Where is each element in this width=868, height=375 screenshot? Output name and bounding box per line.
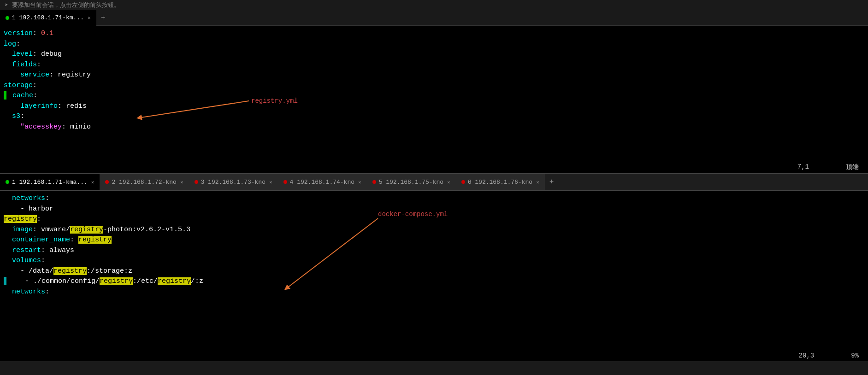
top-tab-1-close[interactable]: ✕: [88, 15, 91, 21]
notice-bar: ➤ 要添加当前会话，点击左侧的前头按钮。: [0, 0, 868, 10]
tab-dot-green: [6, 16, 9, 20]
kw-level: level: [12, 50, 33, 58]
val-service: registry: [58, 71, 91, 79]
bottom-line-7: volumes:: [4, 256, 864, 266]
bottom-line-4: image: vmware/registry-photon:v2.6.2-v1.…: [4, 225, 864, 235]
bottom-tab-2-dot: [105, 180, 109, 184]
bottom-tab-6-close[interactable]: ✕: [536, 179, 539, 185]
val-accesskey: minio: [70, 123, 91, 131]
kw-cache: cache: [12, 92, 33, 100]
kw-log: log: [4, 40, 16, 48]
code-line-6: storage:: [4, 81, 864, 91]
code-line-1: version: 0.1: [4, 29, 864, 39]
bottom-line-9: - ./common/config/registry:/etc/registry…: [4, 276, 864, 287]
bottom-tab-5[interactable]: 5 192.168.1.75-kno ✕: [367, 173, 456, 191]
bottom-line-6: restart: always: [4, 246, 864, 256]
code-line-3: level: debug: [4, 49, 864, 60]
code-line-8: layerinfo: redis: [4, 101, 864, 112]
bottom-tab-2-close[interactable]: ✕: [180, 179, 183, 185]
code-line-9: s3:: [4, 111, 864, 122]
kw-accesskey: "accesskey: [20, 123, 62, 131]
bottom-tab-4-dot: [283, 180, 287, 184]
val-image-registry-hl: registry: [70, 226, 103, 234]
kw-restart: restart: [12, 246, 41, 254]
code-line-10: "accesskey: minio: [4, 122, 864, 133]
top-tab-1-label: 1 192.168.1.71-km...: [12, 14, 84, 21]
kw-service: service: [20, 71, 49, 79]
bottom-line-cursor: [4, 277, 6, 285]
bottom-tab-6-dot: [461, 180, 465, 184]
top-tab-add[interactable]: +: [96, 14, 110, 22]
bottom-code-area: networks: - harbor registry: image: vmwa…: [0, 191, 868, 300]
kw-image: image: [12, 226, 33, 234]
kw-storage: storage: [4, 82, 33, 89]
bottom-tab-4[interactable]: 4 192.168.1.74-kno ✕: [278, 173, 367, 191]
vol-registry-hl-1: registry: [53, 267, 87, 275]
bottom-tab-4-close[interactable]: ✕: [358, 179, 361, 185]
bottom-cursor-pos: 20,3: [799, 352, 815, 359]
kw-layerinfo: layerinfo: [20, 102, 58, 110]
bottom-tab-6-label: 6 192.168.1.76-kno: [468, 179, 532, 186]
bottom-tab-1-label: 1 192.168.1.71-kma...: [12, 179, 88, 186]
bottom-tab-5-label: 5 192.168.1.75-kno: [379, 179, 443, 186]
val-layerinfo: redis: [66, 102, 87, 110]
bottom-tab-add[interactable]: +: [545, 178, 559, 186]
top-status-bar: 7,1 顶端: [788, 161, 868, 173]
val-container-name-hl: registry: [78, 236, 112, 244]
code-line-4: fields:: [4, 60, 864, 70]
bottom-tab-5-dot: [372, 180, 376, 184]
val-level: debug: [41, 50, 62, 58]
bottom-line-2: - harbor: [4, 204, 864, 215]
bottom-line-3: registry:: [4, 214, 864, 225]
kw-volumes: volumes: [12, 257, 41, 264]
kw-networks-1: networks: [12, 194, 45, 202]
val-restart: always: [49, 246, 74, 254]
bottom-tab-1-dot: [6, 180, 9, 184]
bottom-line-5: container_name: registry: [4, 235, 864, 246]
kw-networks-2: networks: [12, 288, 45, 296]
bottom-bar: [0, 361, 868, 374]
top-code-area: version: 0.1 log: level: debug fields: s…: [0, 26, 868, 135]
bottom-line-8: - /data/registry:/storage:z: [4, 266, 864, 277]
notice-text: ➤ 要添加当前会话，点击左侧的前头按钮。: [5, 1, 120, 9]
kw-fields: fields: [12, 61, 37, 69]
bottom-tab-3-close[interactable]: ✕: [269, 179, 272, 185]
bottom-code-pane: networks: - harbor registry: image: vmwa…: [0, 191, 868, 361]
line-cursor-indicator: [4, 91, 6, 100]
bottom-tab-1-close[interactable]: ✕: [91, 179, 94, 185]
bottom-tab-6[interactable]: 6 192.168.1.76-kno ✕: [456, 173, 545, 191]
vol-registry-hl-2: registry: [100, 277, 133, 285]
bottom-status-extra: 9%: [851, 352, 859, 359]
kw-registry-hl: registry: [4, 215, 37, 223]
kw-s3: s3: [12, 112, 20, 120]
bottom-tab-3-label: 3 192.168.1.73-kno: [201, 179, 266, 186]
top-tab-1[interactable]: 1 192.168.1.71-km... ✕: [0, 10, 96, 26]
bottom-tab-1[interactable]: 1 192.168.1.71-kma... ✕: [0, 173, 100, 191]
val-version: 0.1: [41, 29, 53, 37]
bottom-tab-3[interactable]: 3 192.168.1.73-kno ✕: [189, 173, 278, 191]
bottom-tab-4-label: 4 192.168.1.74-kno: [290, 179, 354, 186]
bottom-tab-3-dot: [195, 180, 198, 184]
bottom-status-bar: 20,3 9%: [790, 350, 868, 361]
vol-registry-hl-3: registry: [158, 277, 191, 285]
bottom-line-1: networks:: [4, 193, 864, 204]
bottom-tab-bar: 1 192.168.1.71-kma... ✕ 2 192.168.1.72-k…: [0, 173, 868, 191]
kw-version: version: [4, 29, 33, 37]
bottom-line-10: networks:: [4, 287, 864, 298]
bottom-tab-2[interactable]: 2 192.168.1.72-kno ✕: [100, 173, 189, 191]
code-line-7: cache:: [4, 91, 864, 101]
code-line-2: log:: [4, 39, 864, 50]
top-status-extra: 顶端: [846, 163, 859, 171]
bottom-tab-5-close[interactable]: ✕: [447, 179, 450, 185]
code-line-5: service: registry: [4, 70, 864, 81]
bottom-tab-2-label: 2 192.168.1.72-kno: [112, 179, 176, 186]
kw-container-name: container_name: [12, 236, 70, 244]
top-tab-bar: 1 192.168.1.71-km... ✕ +: [0, 10, 868, 26]
top-cursor-pos: 7,1: [797, 163, 809, 171]
top-code-pane: version: 0.1 log: level: debug fields: s…: [0, 26, 868, 173]
